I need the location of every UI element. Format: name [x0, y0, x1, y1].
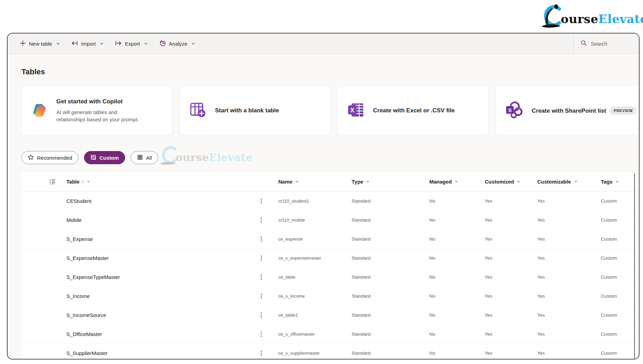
excel-csv-card[interactable]: X Create with Excel or .CSV file	[337, 86, 488, 135]
row-more-options-kebab-icon[interactable]: ⋮	[258, 255, 276, 261]
row-more-options-kebab-icon[interactable]: ⋮	[258, 236, 276, 242]
table-logical-name: ce_expense	[276, 236, 350, 242]
filter-chip-all[interactable]: All	[131, 151, 158, 164]
column-header-table-label: Table	[66, 179, 80, 185]
row-more-options-kebab-icon[interactable]: ⋮	[258, 198, 276, 204]
analyze-button[interactable]: Analyze	[155, 37, 200, 51]
table-logical-name: ce_s_officemaster	[276, 332, 350, 337]
table-logical-name: ce_s_income	[276, 293, 350, 299]
copilot-icon	[31, 102, 48, 120]
column-header-type[interactable]: Type	[350, 179, 428, 185]
column-header-customized[interactable]: Customized	[483, 179, 535, 185]
sort-ascending-icon: ↑	[82, 179, 84, 185]
table-managed: No	[428, 198, 483, 204]
table-row[interactable]: S_ExpenseTypeMaster ⋮ ce_table Standard …	[21, 268, 637, 287]
import-label: Import	[81, 41, 96, 47]
export-button[interactable]: Export	[110, 37, 152, 51]
table-display-name[interactable]: S_OfficeMaster	[66, 331, 258, 337]
row-more-options-kebab-icon[interactable]: ⋮	[258, 293, 276, 299]
chevron-down-icon	[615, 179, 619, 185]
create-table-cards: Get started with Copilot AI will generat…	[21, 86, 637, 135]
column-header-customizable[interactable]: Customizable	[535, 179, 599, 185]
tables-page-content: Tables Get started with Copilot	[8, 67, 639, 360]
column-header-tags[interactable]: Tags	[599, 179, 637, 185]
table-customized: Yes	[483, 198, 535, 204]
column-header-name[interactable]: Name	[276, 179, 350, 185]
new-table-label: New table	[29, 41, 52, 47]
table-type: Standard	[350, 274, 428, 280]
table-display-name[interactable]: S_ExpenseMaster	[66, 255, 258, 261]
table-display-name[interactable]: S_Expense	[66, 236, 258, 242]
table-row[interactable]: S_Expense ⋮ ce_expense Standard No Yes Y…	[21, 230, 637, 249]
table-logical-name: ce_table1	[276, 312, 350, 318]
table-display-name[interactable]: S_Income	[66, 293, 258, 299]
copilot-card-text: Get started with Copilot AI will generat…	[56, 98, 146, 123]
command-bar: New table Import Export	[8, 34, 639, 54]
table-row[interactable]: S_ExpenseMaster ⋮ ce_s_expensemaster Sta…	[21, 249, 637, 268]
column-header-table[interactable]: Table ↑	[66, 179, 258, 185]
chevron-down-icon	[100, 41, 104, 47]
table-type: Standard	[350, 293, 428, 299]
table-display-name[interactable]: S_ExpenseTypeMaster	[66, 274, 258, 280]
table-display-name[interactable]: S_IncomeSource	[66, 312, 258, 318]
table-row[interactable]: S_SupplierMaster ⋮ ce_s_suppliermaster S…	[21, 344, 637, 360]
row-more-options-kebab-icon[interactable]: ⋮	[258, 274, 276, 280]
table-managed: No	[428, 274, 483, 280]
new-table-button[interactable]: New table	[15, 37, 65, 51]
analyze-label: Analyze	[169, 41, 187, 47]
table-managed: No	[428, 236, 483, 242]
table-row[interactable]: S_IncomeSource ⋮ ce_table1 Standard No Y…	[21, 306, 637, 325]
sharepoint-card[interactable]: S Create with SharePoint listPREVIEW	[495, 86, 637, 135]
blank-table-card[interactable]: Start with a blank table	[179, 86, 330, 135]
table-customized: Yes	[483, 351, 535, 356]
column-header-customizable-label: Customizable	[537, 179, 571, 185]
table-tags: Custom	[599, 217, 637, 223]
search-input[interactable]	[591, 41, 629, 47]
filter-chip-custom-label: Custom	[100, 155, 119, 161]
table-display-name[interactable]: Mobile	[66, 217, 258, 223]
column-header-type-label: Type	[352, 179, 363, 185]
vertical-scrollbar[interactable]	[634, 173, 635, 359]
table-row[interactable]: S_Income ⋮ ce_s_income Standard No Yes Y…	[21, 287, 637, 306]
filter-chip-recommended[interactable]: Recommended	[21, 151, 78, 164]
svg-text:X: X	[350, 107, 354, 114]
analyze-pie-icon	[159, 40, 166, 48]
table-type: Standard	[350, 217, 428, 223]
table-row[interactable]: S_OfficeMaster ⋮ ce_s_officemaster Stand…	[21, 325, 637, 344]
preview-badge: PREVIEW	[609, 106, 637, 115]
table-type: Standard	[350, 312, 428, 318]
table-logical-name: cr110_mobile	[276, 217, 350, 223]
import-button[interactable]: Import	[67, 37, 109, 51]
row-more-options-kebab-icon[interactable]: ⋮	[258, 331, 276, 337]
chevron-down-icon	[366, 179, 370, 185]
row-more-options-kebab-icon[interactable]: ⋮	[258, 312, 276, 318]
row-more-options-kebab-icon[interactable]: ⋮	[258, 217, 276, 223]
table-display-name[interactable]: CEStudent	[66, 198, 258, 204]
table-tags: Custom	[599, 255, 637, 261]
chevron-down-icon	[454, 179, 458, 185]
column-header-tags-label: Tags	[601, 179, 613, 185]
table-logical-name: ce_s_expensemaster	[276, 255, 350, 261]
row-layout-icon[interactable]	[21, 179, 66, 185]
table-logical-name: ce_table	[276, 274, 350, 280]
chevron-down-icon	[295, 179, 299, 185]
table-customizable: Yes	[535, 217, 599, 223]
table-row[interactable]: Mobile ⋮ cr110_mobile Standard No Yes Ye…	[21, 211, 637, 230]
table-customized: Yes	[483, 217, 535, 223]
search-icon	[580, 40, 587, 48]
filter-chip-custom[interactable]: Custom	[84, 151, 125, 164]
table-managed: No	[428, 351, 483, 356]
chevron-down-icon	[191, 41, 195, 47]
chevron-down-icon	[56, 41, 60, 47]
column-header-managed[interactable]: Managed	[428, 179, 483, 185]
blank-table-card-title: Start with a blank table	[215, 107, 279, 115]
table-row[interactable]: CEStudent ⋮ cr110_student1 Standard No Y…	[21, 192, 637, 211]
search-box[interactable]	[574, 34, 639, 54]
filter-chips-row: Recommended Custom All	[21, 151, 637, 164]
copilot-card[interactable]: Get started with Copilot AI will generat…	[21, 86, 173, 135]
row-more-options-kebab-icon[interactable]: ⋮	[258, 350, 276, 356]
watermark-wordmark: ourseElevate	[176, 152, 253, 167]
table-display-name[interactable]: S_SupplierMaster	[66, 350, 258, 356]
copilot-card-description: AI will generate tables and relationship…	[56, 109, 146, 124]
course-elevate-logo: ourseElevate	[541, 6, 643, 30]
